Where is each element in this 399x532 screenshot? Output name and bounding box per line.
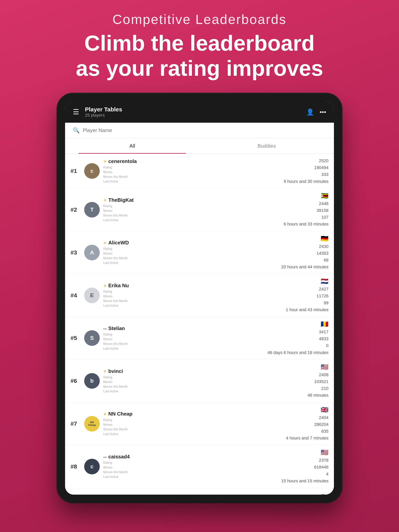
tabs-bar: All Buddies [65,138,334,154]
top-bar-subtitle: 25 players [85,113,306,118]
more-icon[interactable]: ••• [320,108,326,116]
stat-value: 210 [308,385,328,392]
player-info: ▬caissad4RatingMovesMoves this MonthLast… [103,454,278,479]
stat-line: Moves this Month [103,213,281,218]
tablet-wrapper: ☰ Player Tables 25 players 👤 ••• 🔍 All [57,94,342,502]
top-bar-title: Player Tables [85,106,306,113]
table-row[interactable]: #5S▬StelianRatingMovesMoves this MonthLa… [65,317,334,360]
stat-value: 46 days 6 hours and 18 minutes [268,349,328,356]
tablet-screen: ☰ Player Tables 25 players 👤 ••• 🔍 All [65,101,334,495]
stat-value: 11726 [286,292,328,299]
table-row[interactable]: #6b★bvinciRatingMovesMoves this MonthLas… [65,360,334,403]
player-stats-right: 🇩🇪2430143536820 hours and 44 minutes [281,235,328,271]
stat-value: 618446 [281,464,328,470]
table-row[interactable]: #1c★cenerentolaRatingMovesMoves this Mon… [65,154,334,189]
country-flag: 🇳🇱 [286,278,328,285]
player-stats-right: 🇬🇧24042862048354 hours and 7 minutes [286,406,328,442]
search-input[interactable] [83,127,146,133]
stat-line: Moves this Month [103,299,283,303]
stat-line: Rating [103,289,283,294]
top-bar-title-area: Player Tables 25 players [85,106,306,118]
stat-line: Last Active [103,303,283,308]
star-icon: ★ [103,369,107,374]
stat-value: 2430 [281,243,328,250]
stat-line: Moves this Month [103,256,278,260]
player-stats-right: 🇷🇴34174833046 days 6 hours and 18 minute… [268,320,328,356]
header-title: Climb the leaderboard as your rating imp… [23,31,376,81]
stat-line: Moves this Month [103,342,264,346]
player-rank: #2 [71,206,84,213]
stat-line: Last Active [103,432,283,436]
stat-value: 286204 [286,421,328,428]
stat-line: Rating [103,247,278,251]
star-icon: ▬ [103,455,107,459]
table-row[interactable]: #2T★TheBigKatRatingMovesMoves this Month… [65,189,334,231]
stat-value: 333 [284,171,328,178]
player-name: bvinci [108,368,123,374]
stat-line: Last Active [103,475,278,479]
stat-line: Last Active [103,389,304,394]
country-flag: 🇿🇼 [284,192,328,199]
stat-line: Moves [103,294,283,299]
stat-line: Last Active [103,346,264,351]
player-info: ★NN CheapRatingMovesMoves this MonthLast… [103,411,283,436]
player-stats-right: 🇺🇸240810352121048 minutes [308,363,328,399]
header-title-line1: Climb the leaderboard [84,31,315,55]
tab-all[interactable]: All [65,138,200,154]
stat-value: 14353 [281,250,328,257]
player-stats-right: 🇺🇸2378618446415 hours and 15 minutes [281,449,328,484]
player-rank: #1 [71,168,84,174]
tab-buddies[interactable]: Buddies [200,138,334,154]
avatar: E [84,288,100,303]
table-row[interactable]: #3A★AliceWDRatingMovesMoves this MonthLa… [65,231,334,274]
player-rank: #6 [71,378,84,384]
player-stats-right: 🇧🇬2374838165 days 8 hours and 37 minutes [270,492,328,495]
tablet-device: ☰ Player Tables 25 players 👤 ••• 🔍 All [57,94,342,502]
star-icon: ★ [103,412,107,416]
player-info: ★AliceWDRatingMovesMoves this MonthLast … [103,240,278,265]
stat-line: Moves [103,422,283,427]
stat-line: Rating [103,204,281,209]
star-icon: ★ [103,159,107,164]
table-row[interactable]: #9g★george1955RatingMovesMoves this Mont… [65,488,334,495]
stat-value: 835 [286,428,328,435]
table-row[interactable]: #7NNCheap★NN CheapRatingMovesMoves this … [65,403,334,445]
search-bar: 🔍 [65,123,334,138]
player-info: ★Erika NuRatingMovesMoves this MonthLast… [103,283,283,308]
header-area: Competitive Leaderboards Climb the leade… [0,12,399,81]
stat-value: 2378 [281,457,328,464]
player-stats-right: 🇿🇼2448391581076 hours and 33 minutes [284,192,328,228]
user-icon[interactable]: 👤 [306,108,314,116]
player-info: ▬StelianRatingMovesMoves this MonthLast … [103,325,264,351]
stat-value: 4 hours and 7 minutes [286,435,328,442]
table-row[interactable]: #4E★Erika NuRatingMovesMoves this MonthL… [65,274,334,317]
avatar: b [84,373,100,389]
stat-line: Last Active [103,260,278,265]
leaderboard-list: #1c★cenerentolaRatingMovesMoves this Mon… [65,154,334,495]
stat-value: 1 hour and 43 minutes [286,306,328,313]
top-bar-icons: 👤 ••• [306,108,326,116]
stat-value: 6 hours and 33 minutes [284,221,328,228]
menu-icon[interactable]: ☰ [73,108,79,116]
stat-line: Moves [103,209,281,213]
player-rank: #3 [71,249,84,256]
stat-value: 3417 [268,329,328,335]
country-flag: 🇬🇧 [286,406,328,413]
stat-line: Rating [103,375,304,380]
stat-line: Moves [103,380,304,384]
table-row[interactable]: #8c▬caissad4RatingMovesMoves this MonthL… [65,445,334,488]
stat-value: 2404 [286,414,328,421]
player-name: NN Cheap [108,411,133,417]
stat-value: 2427 [286,286,328,292]
top-bar: ☰ Player Tables 25 players 👤 ••• [65,101,334,123]
player-stats-right: 🇳🇱242711726991 hour and 43 minutes [286,278,328,313]
stat-value: 4833 [268,335,328,342]
player-stats-right: 25201904943339 hours and 30 minutes [284,157,328,185]
player-info: ★cenerentolaRatingMovesMoves this MonthL… [103,158,281,184]
stat-value: 48 minutes [308,392,328,399]
stat-value: 107 [284,214,328,221]
stat-line: Moves this Month [103,470,278,475]
stat-line: Moves [103,337,264,342]
stat-value: 2408 [308,371,328,378]
stat-line: Moves this Month [103,174,281,179]
